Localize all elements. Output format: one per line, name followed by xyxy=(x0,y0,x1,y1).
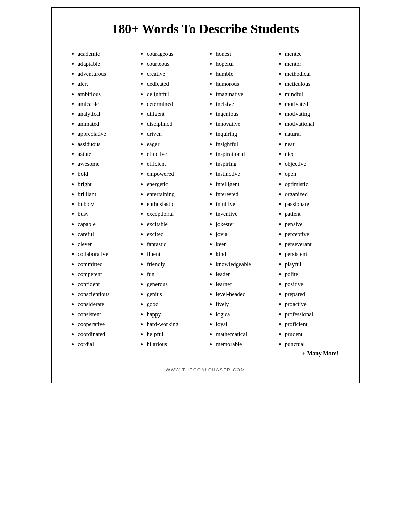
list-item: organized xyxy=(285,189,340,199)
list-item: keen xyxy=(216,239,271,249)
list-item: conscientious xyxy=(78,289,133,299)
list-item: lively xyxy=(216,299,271,309)
list-item: adventurous xyxy=(78,69,133,79)
list-item: ingenious xyxy=(216,109,271,119)
list-item: motivating xyxy=(285,109,340,119)
list-item: prepared xyxy=(285,289,340,299)
list-item: patient xyxy=(285,209,340,219)
list-item: assiduous xyxy=(78,139,133,149)
list-item: disciplined xyxy=(147,119,202,129)
list-item: proactive xyxy=(285,299,340,309)
list-item: dedicated xyxy=(147,79,202,89)
list-item: confident xyxy=(78,279,133,289)
word-column-3: honesthopefulhumblehumorousimaginativein… xyxy=(207,49,273,357)
list-item: punctual xyxy=(285,339,340,349)
list-item: mentee xyxy=(285,49,340,59)
list-item: friendly xyxy=(147,259,202,269)
list-item: efficient xyxy=(147,159,202,169)
columns-wrapper: academicadaptableadventurousalertambitio… xyxy=(69,49,342,357)
list-item: animated xyxy=(78,119,133,129)
list-item: generous xyxy=(147,279,202,289)
list-item: playful xyxy=(285,259,340,269)
list-item: positive xyxy=(285,279,340,289)
list-item: pensive xyxy=(285,219,340,229)
list-item: motivational xyxy=(285,119,340,129)
list-item: objective xyxy=(285,159,340,169)
list-item: diligent xyxy=(147,109,202,119)
list-item: meticulous xyxy=(285,79,340,89)
list-item: energetic xyxy=(147,179,202,189)
list-item: jovial xyxy=(216,229,271,239)
list-item: professional xyxy=(285,309,340,319)
list-item: perceptive xyxy=(285,229,340,239)
list-item: competent xyxy=(78,269,133,279)
footer: WWW.THEGOALCHASER.COM xyxy=(69,367,342,372)
list-item: academic xyxy=(78,49,133,59)
list-item: good xyxy=(147,299,202,309)
list-item: bright xyxy=(78,179,133,189)
word-column-4: menteementormethodicalmeticulousmindfulm… xyxy=(276,49,342,357)
list-item: learner xyxy=(216,279,271,289)
list-item: adaptable xyxy=(78,59,133,69)
list-item: insightful xyxy=(216,139,271,149)
list-item: courteous xyxy=(147,59,202,69)
word-column-1: academicadaptableadventurousalertambitio… xyxy=(69,49,135,357)
list-item: incisive xyxy=(216,99,271,109)
list-item: inspiring xyxy=(216,159,271,169)
list-item: determined xyxy=(147,99,202,109)
list-item: memorable xyxy=(216,339,271,349)
list-item: nice xyxy=(285,149,340,159)
list-item: fantastic xyxy=(147,239,202,249)
list-item: astute xyxy=(78,149,133,159)
list-item: honest xyxy=(216,49,271,59)
list-item: cooperative xyxy=(78,319,133,329)
list-item: inspirational xyxy=(216,149,271,159)
list-item: empowered xyxy=(147,169,202,179)
list-item: intuitive xyxy=(216,199,271,209)
word-list-2: courageouscourteouscreativededicateddeli… xyxy=(140,49,202,349)
list-item: natural xyxy=(285,129,340,139)
list-item: motivated xyxy=(285,99,340,109)
list-item: imaginative xyxy=(216,89,271,99)
list-item: bold xyxy=(78,169,133,179)
word-column-2: courageouscourteouscreativededicateddeli… xyxy=(138,49,204,357)
page-container: 180+ Words To Describe Students academic… xyxy=(51,7,360,383)
list-item: consistent xyxy=(78,309,133,319)
list-item: prudent xyxy=(285,329,340,339)
list-item: knowledgeable xyxy=(216,259,271,269)
list-item: neat xyxy=(285,139,340,149)
list-item: excitable xyxy=(147,219,202,229)
list-item: committed xyxy=(78,259,133,269)
list-item: mathematical xyxy=(216,329,271,339)
list-item: fluent xyxy=(147,249,202,259)
list-item: enthusiastic xyxy=(147,199,202,209)
list-item: awesome xyxy=(78,159,133,169)
list-item: ambitious xyxy=(78,89,133,99)
list-item: leader xyxy=(216,269,271,279)
list-item: collaborative xyxy=(78,249,133,259)
list-item: hard-working xyxy=(147,319,202,329)
list-item: fun xyxy=(147,269,202,279)
list-item: innovative xyxy=(216,119,271,129)
list-item: effective xyxy=(147,149,202,159)
list-item: passionate xyxy=(285,199,340,209)
list-item: intelligent xyxy=(216,179,271,189)
list-item: optimistic xyxy=(285,179,340,189)
extra-note: + Many More! xyxy=(278,350,340,357)
list-item: level-headed xyxy=(216,289,271,299)
list-item: inventive xyxy=(216,209,271,219)
word-list-1: academicadaptableadventurousalertambitio… xyxy=(71,49,133,349)
list-item: brilliant xyxy=(78,189,133,199)
list-item: analytical xyxy=(78,109,133,119)
list-item: helpful xyxy=(147,329,202,339)
list-item: alert xyxy=(78,79,133,89)
list-item: loyal xyxy=(216,319,271,329)
list-item: entertaining xyxy=(147,189,202,199)
list-item: proficient xyxy=(285,319,340,329)
list-item: polite xyxy=(285,269,340,279)
list-item: courageous xyxy=(147,49,202,59)
list-item: careful xyxy=(78,229,133,239)
list-item: excited xyxy=(147,229,202,239)
list-item: considerate xyxy=(78,299,133,309)
list-item: methodical xyxy=(285,69,340,79)
